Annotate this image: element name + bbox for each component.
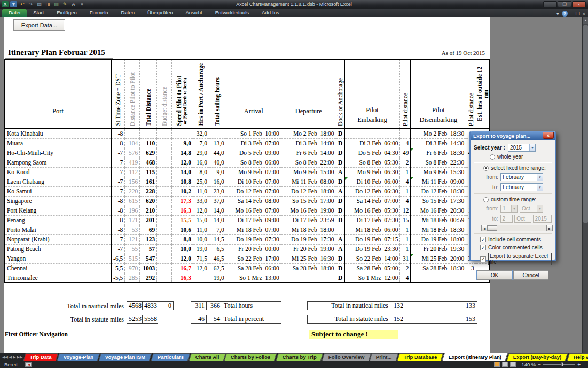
color-commented-checkbox[interactable]: ✓	[480, 245, 486, 250]
excel-logo-icon[interactable]: X	[2, 1, 9, 7]
cell-speed[interactable]	[172, 129, 193, 138]
year-select[interactable]: 2015 ▼	[508, 144, 536, 152]
cell-dock[interactable]: D	[336, 206, 344, 215]
cell-dock[interactable]: D	[336, 138, 344, 148]
separate-file-checkbox[interactable]: ✓	[480, 256, 486, 262]
edit-icon[interactable]: ✎	[61, 1, 68, 7]
cell-dis[interactable]: Mo 2 Feb 18:30	[411, 129, 466, 138]
cell-sail[interactable]: 14,5	[209, 234, 226, 244]
cell-dep[interactable]: Sa 28 Feb 18:00	[281, 263, 336, 273]
prev-sheet-icon[interactable]: ◀	[9, 355, 12, 359]
cell-pd1[interactable]: 4	[400, 177, 411, 186]
cell-tz[interactable]: -6,5	[111, 254, 125, 263]
print-icon[interactable]: ▤	[36, 1, 43, 7]
preview-icon[interactable]: ◨	[44, 1, 51, 7]
cell-budget[interactable]	[157, 254, 172, 263]
cell-budget[interactable]	[157, 177, 172, 186]
cell-sail[interactable]: 40,0	[209, 158, 226, 167]
cell-tz[interactable]: -8	[111, 215, 125, 225]
cell-dis[interactable]	[411, 273, 466, 283]
cell-port[interactable]: Laem Chabang	[5, 177, 111, 186]
cell-dpp[interactable]: 220	[125, 186, 140, 196]
col-header-pd2[interactable]: Pilot distance	[466, 59, 476, 129]
cell-dpp[interactable]: 285	[125, 273, 140, 283]
cell-port[interactable]: Ho-Chi-Minh-City	[5, 148, 111, 158]
dialog-title-bar[interactable]: Export to voyage plan... ×	[471, 131, 555, 140]
restore-button[interactable]: ❐	[558, 1, 571, 7]
zoom-slider[interactable]	[543, 364, 575, 365]
cell-budget[interactable]	[157, 129, 172, 138]
cell-dep[interactable]: Mo 9 Feb 15:00	[281, 167, 336, 177]
qat-dropdown-icon[interactable]: ▾	[79, 1, 85, 7]
cancel-button[interactable]: Cancel	[513, 270, 548, 280]
cell-hrs[interactable]: 16,0	[193, 158, 209, 167]
cell-sail[interactable]: 37,0	[209, 196, 226, 206]
cell-tz[interactable]: -7	[111, 177, 125, 186]
export-data-button[interactable]: Export Data...	[13, 19, 65, 31]
scroll-right-icon[interactable]: ▶	[546, 225, 553, 231]
cell-budget[interactable]	[157, 138, 172, 148]
sheet-tab-charts-by-trip[interactable]: Charts by Trip	[276, 353, 323, 361]
whole-year-radio[interactable]	[490, 154, 495, 160]
cell-total[interactable]: 629	[140, 148, 157, 158]
col-header-port[interactable]: Port	[5, 59, 111, 129]
cell-budget[interactable]	[157, 225, 172, 234]
cell-arr[interactable]: Mo 16 Feb 07:00	[226, 206, 281, 215]
cell-emb[interactable]: Di 10 Feb 06:00	[344, 177, 400, 186]
cell-dep[interactable]: Fr 6 Feb 14:00	[281, 148, 336, 158]
cell-dock[interactable]: A	[336, 244, 344, 254]
cell-pd1[interactable]: 2	[400, 263, 411, 273]
cell-dpp[interactable]	[125, 129, 140, 138]
col-header-emb[interactable]: Pilot Embarking	[344, 59, 400, 129]
cell-sail[interactable]: 44,0	[209, 148, 226, 158]
zoom-level[interactable]: 140 %	[521, 362, 536, 367]
cell-arr[interactable]: Do 5 Feb 09:00	[226, 148, 281, 158]
cell-budget[interactable]	[157, 234, 172, 244]
cell-port[interactable]: Kota Kinabalu	[5, 129, 111, 138]
cell-speed[interactable]: 14,0	[172, 167, 193, 177]
ribbon-tab-berpr-fen[interactable]: Überprüfen	[141, 9, 179, 17]
custom-range-radio[interactable]	[483, 197, 489, 202]
cell-dis[interactable]: Do 19 Feb 18:00	[411, 234, 466, 244]
dialog-close-button[interactable]: ×	[543, 132, 554, 139]
redo-icon[interactable]: ↷	[27, 1, 34, 7]
cell-dep[interactable]: Mi 11 Feb 08:00	[281, 177, 336, 186]
cell-sail[interactable]: 16,0	[209, 177, 226, 186]
cell-tz[interactable]: -8	[111, 196, 125, 206]
cell-sail[interactable]: 14,0	[209, 215, 226, 225]
sheet-tab-particulars[interactable]: Particulars	[151, 353, 190, 361]
cell-budget[interactable]	[157, 148, 172, 158]
cell-tz[interactable]: -5,5	[111, 273, 125, 283]
cell-total[interactable]: 123	[140, 234, 157, 244]
chevron-down-icon[interactable]: ▼	[537, 174, 543, 181]
cell-hrs[interactable]: 32,0	[193, 129, 209, 138]
cell-budget[interactable]	[157, 186, 172, 196]
cell-total[interactable]: 115	[140, 167, 157, 177]
cell-port[interactable]: Ko Samui	[5, 186, 111, 196]
cell-pd1[interactable]: 4	[400, 138, 411, 148]
cell-pd1[interactable]: 1	[400, 234, 411, 244]
scroll-up-icon[interactable]: ▲	[583, 17, 588, 24]
ribbon-tab-add-ins[interactable]: Add-Ins	[255, 9, 286, 17]
col-header-tz[interactable]: St Time Zone + DST	[111, 59, 125, 129]
cell-sail[interactable]: 23,0	[209, 186, 226, 196]
cell-hrs[interactable]: 12,0	[193, 206, 209, 215]
ribbon-tab-formeln[interactable]: Formeln	[83, 9, 115, 17]
cell-total[interactable]: 161	[140, 177, 157, 186]
cell-port[interactable]: Muara	[5, 138, 111, 148]
cell-port[interactable]: Singapore	[5, 196, 111, 206]
collapse-ribbon-icon[interactable]: ▾	[556, 11, 559, 17]
cell-speed[interactable]: 12,0	[172, 254, 193, 263]
sheet-tab-voyage-plan-ism[interactable]: Voyage Plan ISM	[99, 353, 152, 361]
cell-dep[interactable]	[281, 273, 336, 283]
cell-dep[interactable]: So 15 Feb 17:00	[281, 196, 336, 206]
cell-dock[interactable]: A	[336, 234, 344, 244]
cell-total[interactable]: 228	[140, 186, 157, 196]
cell-sail[interactable]: 19,0	[209, 273, 226, 283]
cell-dis[interactable]: Mi 18 Feb 18:30	[411, 225, 466, 234]
cell-hrs[interactable]: 25,0	[193, 177, 209, 186]
cell-dock[interactable]	[336, 225, 344, 234]
minimize-button[interactable]: –	[543, 1, 557, 7]
sheet-tab-charts-all[interactable]: Charts All	[189, 353, 226, 361]
cell-speed[interactable]: 10,2	[172, 186, 193, 196]
